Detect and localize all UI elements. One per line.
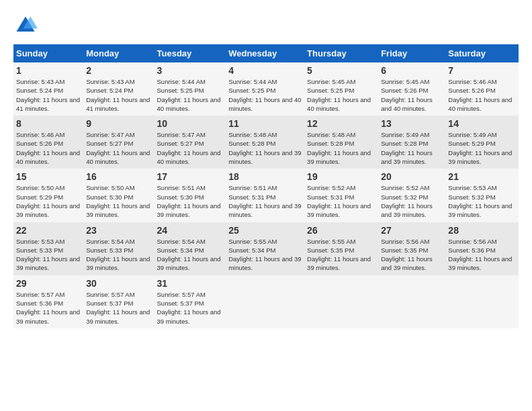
day-info: Sunrise: 5:57 AM Sunset: 5:37 PM Dayligh… bbox=[157, 290, 224, 326]
day-number: 19 bbox=[307, 171, 375, 182]
column-header-thursday: Thursday bbox=[304, 44, 378, 62]
day-cell: 7 Sunrise: 5:46 AM Sunset: 5:26 PM Dayli… bbox=[445, 62, 519, 116]
day-info: Sunrise: 5:55 AM Sunset: 5:34 PM Dayligh… bbox=[228, 237, 302, 273]
day-cell: 12 Sunrise: 5:48 AM Sunset: 5:28 PM Dayl… bbox=[304, 116, 378, 169]
day-cell: 11 Sunrise: 5:48 AM Sunset: 5:28 PM Dayl… bbox=[226, 116, 304, 169]
day-cell: 31 Sunrise: 5:57 AM Sunset: 5:37 PM Dayl… bbox=[154, 275, 226, 328]
day-cell: 3 Sunrise: 5:44 AM Sunset: 5:25 PM Dayli… bbox=[154, 62, 226, 116]
day-info: Sunrise: 5:43 AM Sunset: 5:24 PM Dayligh… bbox=[86, 77, 151, 113]
day-cell: 5 Sunrise: 5:45 AM Sunset: 5:25 PM Dayli… bbox=[304, 62, 378, 116]
day-cell: 16 Sunrise: 5:50 AM Sunset: 5:30 PM Dayl… bbox=[83, 169, 154, 222]
day-cell: 9 Sunrise: 5:47 AM Sunset: 5:27 PM Dayli… bbox=[83, 116, 154, 169]
day-number: 6 bbox=[381, 65, 443, 76]
day-cell: 2 Sunrise: 5:43 AM Sunset: 5:24 PM Dayli… bbox=[83, 62, 154, 116]
day-cell: 14 Sunrise: 5:49 AM Sunset: 5:29 PM Dayl… bbox=[445, 116, 519, 169]
column-header-sunday: Sunday bbox=[13, 44, 83, 62]
column-header-saturday: Saturday bbox=[445, 44, 519, 62]
day-info: Sunrise: 5:57 AM Sunset: 5:37 PM Dayligh… bbox=[86, 290, 151, 326]
day-cell: 29 Sunrise: 5:57 AM Sunset: 5:36 PM Dayl… bbox=[13, 275, 83, 328]
day-cell: 21 Sunrise: 5:53 AM Sunset: 5:32 PM Dayl… bbox=[445, 169, 519, 222]
day-number: 25 bbox=[228, 225, 302, 236]
day-info: Sunrise: 5:50 AM Sunset: 5:29 PM Dayligh… bbox=[16, 183, 81, 219]
day-cell: 6 Sunrise: 5:45 AM Sunset: 5:26 PM Dayli… bbox=[378, 62, 445, 116]
day-cell: 23 Sunrise: 5:54 AM Sunset: 5:33 PM Dayl… bbox=[83, 222, 154, 275]
day-info: Sunrise: 5:54 AM Sunset: 5:33 PM Dayligh… bbox=[86, 237, 151, 273]
day-cell bbox=[226, 275, 304, 328]
day-number: 8 bbox=[16, 118, 81, 129]
day-info: Sunrise: 5:46 AM Sunset: 5:26 PM Dayligh… bbox=[448, 77, 516, 113]
day-info: Sunrise: 5:53 AM Sunset: 5:32 PM Dayligh… bbox=[448, 183, 516, 219]
day-cell: 4 Sunrise: 5:44 AM Sunset: 5:25 PM Dayli… bbox=[226, 62, 304, 116]
day-cell bbox=[378, 275, 445, 328]
day-info: Sunrise: 5:45 AM Sunset: 5:26 PM Dayligh… bbox=[381, 77, 443, 113]
day-number: 12 bbox=[307, 118, 375, 129]
day-number: 3 bbox=[157, 65, 224, 76]
day-number: 13 bbox=[381, 118, 443, 129]
day-cell: 15 Sunrise: 5:50 AM Sunset: 5:29 PM Dayl… bbox=[13, 169, 83, 222]
day-number: 4 bbox=[228, 65, 302, 76]
day-info: Sunrise: 5:51 AM Sunset: 5:31 PM Dayligh… bbox=[228, 183, 302, 219]
column-header-tuesday: Tuesday bbox=[154, 44, 226, 62]
day-cell: 13 Sunrise: 5:49 AM Sunset: 5:28 PM Dayl… bbox=[378, 116, 445, 169]
day-cell: 17 Sunrise: 5:51 AM Sunset: 5:30 PM Dayl… bbox=[154, 169, 226, 222]
day-cell: 26 Sunrise: 5:55 AM Sunset: 5:35 PM Dayl… bbox=[304, 222, 378, 275]
calendar-table: SundayMondayTuesdayWednesdayThursdayFrid… bbox=[13, 44, 519, 328]
day-info: Sunrise: 5:48 AM Sunset: 5:28 PM Dayligh… bbox=[307, 130, 375, 166]
day-number: 1 bbox=[16, 65, 81, 76]
day-cell: 25 Sunrise: 5:55 AM Sunset: 5:34 PM Dayl… bbox=[226, 222, 304, 275]
day-cell: 27 Sunrise: 5:56 AM Sunset: 5:35 PM Dayl… bbox=[378, 222, 445, 275]
day-info: Sunrise: 5:56 AM Sunset: 5:36 PM Dayligh… bbox=[448, 237, 516, 273]
day-info: Sunrise: 5:49 AM Sunset: 5:28 PM Dayligh… bbox=[381, 130, 443, 166]
day-info: Sunrise: 5:47 AM Sunset: 5:27 PM Dayligh… bbox=[157, 130, 224, 166]
day-number: 11 bbox=[228, 118, 302, 129]
week-row-3: 15 Sunrise: 5:50 AM Sunset: 5:29 PM Dayl… bbox=[13, 169, 519, 222]
day-cell: 18 Sunrise: 5:51 AM Sunset: 5:31 PM Dayl… bbox=[226, 169, 304, 222]
day-number: 14 bbox=[448, 118, 516, 129]
week-row-2: 8 Sunrise: 5:46 AM Sunset: 5:26 PM Dayli… bbox=[13, 116, 519, 169]
header bbox=[13, 13, 519, 38]
day-cell: 24 Sunrise: 5:54 AM Sunset: 5:34 PM Dayl… bbox=[154, 222, 226, 275]
day-cell: 28 Sunrise: 5:56 AM Sunset: 5:36 PM Dayl… bbox=[445, 222, 519, 275]
day-cell bbox=[304, 275, 378, 328]
column-header-friday: Friday bbox=[378, 44, 445, 62]
day-info: Sunrise: 5:53 AM Sunset: 5:33 PM Dayligh… bbox=[16, 237, 81, 273]
day-cell: 20 Sunrise: 5:52 AM Sunset: 5:32 PM Dayl… bbox=[378, 169, 445, 222]
day-info: Sunrise: 5:45 AM Sunset: 5:25 PM Dayligh… bbox=[307, 77, 375, 113]
header-row: SundayMondayTuesdayWednesdayThursdayFrid… bbox=[13, 44, 519, 62]
day-info: Sunrise: 5:48 AM Sunset: 5:28 PM Dayligh… bbox=[228, 130, 302, 166]
day-cell: 1 Sunrise: 5:43 AM Sunset: 5:24 PM Dayli… bbox=[13, 62, 83, 116]
day-number: 28 bbox=[448, 225, 516, 236]
day-number: 26 bbox=[307, 225, 375, 236]
day-info: Sunrise: 5:55 AM Sunset: 5:35 PM Dayligh… bbox=[307, 237, 375, 273]
day-info: Sunrise: 5:54 AM Sunset: 5:34 PM Dayligh… bbox=[157, 237, 224, 273]
day-info: Sunrise: 5:52 AM Sunset: 5:31 PM Dayligh… bbox=[307, 183, 375, 219]
day-number: 15 bbox=[16, 171, 81, 182]
day-info: Sunrise: 5:57 AM Sunset: 5:36 PM Dayligh… bbox=[16, 290, 81, 326]
column-header-wednesday: Wednesday bbox=[226, 44, 304, 62]
day-number: 17 bbox=[157, 171, 224, 182]
day-number: 29 bbox=[16, 278, 81, 289]
logo-icon bbox=[13, 13, 38, 38]
day-number: 21 bbox=[448, 171, 516, 182]
day-info: Sunrise: 5:47 AM Sunset: 5:27 PM Dayligh… bbox=[86, 130, 151, 166]
day-number: 24 bbox=[157, 225, 224, 236]
day-number: 10 bbox=[157, 118, 224, 129]
day-number: 30 bbox=[86, 278, 151, 289]
day-cell: 30 Sunrise: 5:57 AM Sunset: 5:37 PM Dayl… bbox=[83, 275, 154, 328]
week-row-5: 29 Sunrise: 5:57 AM Sunset: 5:36 PM Dayl… bbox=[13, 275, 519, 328]
day-info: Sunrise: 5:49 AM Sunset: 5:29 PM Dayligh… bbox=[448, 130, 516, 166]
week-row-1: 1 Sunrise: 5:43 AM Sunset: 5:24 PM Dayli… bbox=[13, 62, 519, 116]
week-row-4: 22 Sunrise: 5:53 AM Sunset: 5:33 PM Dayl… bbox=[13, 222, 519, 275]
day-cell: 22 Sunrise: 5:53 AM Sunset: 5:33 PM Dayl… bbox=[13, 222, 83, 275]
day-cell: 10 Sunrise: 5:47 AM Sunset: 5:27 PM Dayl… bbox=[154, 116, 226, 169]
day-number: 18 bbox=[228, 171, 302, 182]
day-number: 20 bbox=[381, 171, 443, 182]
day-info: Sunrise: 5:50 AM Sunset: 5:30 PM Dayligh… bbox=[86, 183, 151, 219]
day-info: Sunrise: 5:56 AM Sunset: 5:35 PM Dayligh… bbox=[381, 237, 443, 273]
day-info: Sunrise: 5:43 AM Sunset: 5:24 PM Dayligh… bbox=[16, 77, 81, 113]
day-number: 31 bbox=[157, 278, 224, 289]
day-number: 22 bbox=[16, 225, 81, 236]
day-number: 5 bbox=[307, 65, 375, 76]
day-number: 9 bbox=[86, 118, 151, 129]
day-info: Sunrise: 5:44 AM Sunset: 5:25 PM Dayligh… bbox=[157, 77, 224, 113]
